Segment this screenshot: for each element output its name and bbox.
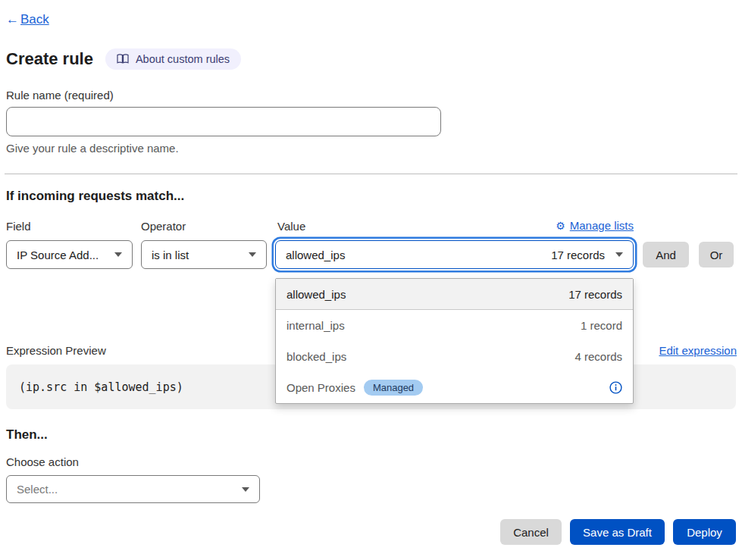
operator-label: Operator [141, 220, 186, 233]
list-name: allowed_ips [286, 288, 346, 301]
choose-action-label: Choose action [6, 455, 79, 468]
save-as-draft-button[interactable]: Save as Draft [570, 519, 665, 545]
list-name: Open Proxies [286, 381, 355, 394]
dropdown-item-allowed-ips[interactable]: allowed_ips 17 records [276, 279, 633, 310]
or-button[interactable]: Or [699, 242, 734, 267]
dropdown-item-open-proxies[interactable]: Open Proxies Managed [276, 372, 633, 403]
back-link[interactable]: ←Back [6, 12, 49, 27]
action-select[interactable]: Select... [6, 475, 260, 503]
chevron-down-icon [615, 252, 623, 257]
then-section-heading: Then... [6, 427, 48, 443]
rule-name-helper: Give your rule a descriptive name. [6, 142, 179, 155]
back-link-label: Back [20, 12, 49, 27]
and-button[interactable]: And [643, 242, 689, 267]
expression-preview-label: Expression Preview [6, 344, 106, 357]
back-arrow-icon: ← [6, 12, 19, 27]
manage-lists-link[interactable]: ⚙ Manage lists [556, 219, 634, 232]
edit-expression-link[interactable]: Edit expression [659, 344, 737, 357]
list-records: 4 records [575, 350, 622, 363]
managed-badge: Managed [364, 380, 423, 396]
rule-name-label: Rule name (required) [6, 89, 114, 102]
deploy-button[interactable]: Deploy [673, 519, 736, 545]
field-select[interactable]: IP Source Add... [6, 240, 133, 269]
dropdown-item-blocked-ips[interactable]: blocked_ips 4 records [276, 341, 633, 372]
operator-select[interactable]: is in list [141, 240, 267, 269]
chevron-down-icon [242, 487, 249, 492]
field-select-value: IP Source Add... [17, 249, 99, 261]
list-name: internal_ips [286, 319, 345, 332]
chevron-down-icon [114, 252, 122, 257]
expression-code: (ip.src in $allowed_ips) [19, 380, 183, 394]
value-dropdown-menu: allowed_ips 17 records internal_ips 1 re… [275, 278, 634, 404]
title-row: Create rule About custom rules [6, 48, 241, 70]
about-custom-rules-label: About custom rules [136, 53, 230, 65]
chevron-down-icon [249, 252, 256, 257]
dropdown-item-internal-ips[interactable]: internal_ips 1 record [276, 310, 633, 341]
field-label: Field [6, 220, 31, 233]
value-label: Value [277, 220, 305, 233]
value-select[interactable]: allowed_ips 17 records [275, 240, 634, 269]
gear-icon: ⚙ [556, 221, 565, 231]
list-records: 17 records [568, 288, 622, 301]
value-select-value: allowed_ips [286, 249, 345, 261]
match-section-heading: If incoming requests match... [6, 189, 184, 204]
operator-select-value: is in list [152, 249, 189, 261]
book-icon [117, 54, 129, 64]
page-title: Create rule [6, 49, 93, 69]
manage-lists-label: Manage lists [570, 219, 634, 232]
action-select-placeholder: Select... [17, 483, 58, 496]
info-icon[interactable] [609, 381, 622, 394]
section-divider [5, 174, 737, 174]
list-records: 1 record [581, 319, 622, 332]
value-select-records: 17 records [551, 249, 605, 261]
list-name: blocked_ips [286, 350, 346, 363]
create-rule-page: ←Back Create rule About custom rules Rul… [0, 0, 742, 560]
rule-name-input[interactable] [6, 107, 441, 136]
about-custom-rules-link[interactable]: About custom rules [105, 48, 241, 70]
cancel-button[interactable]: Cancel [500, 519, 562, 545]
